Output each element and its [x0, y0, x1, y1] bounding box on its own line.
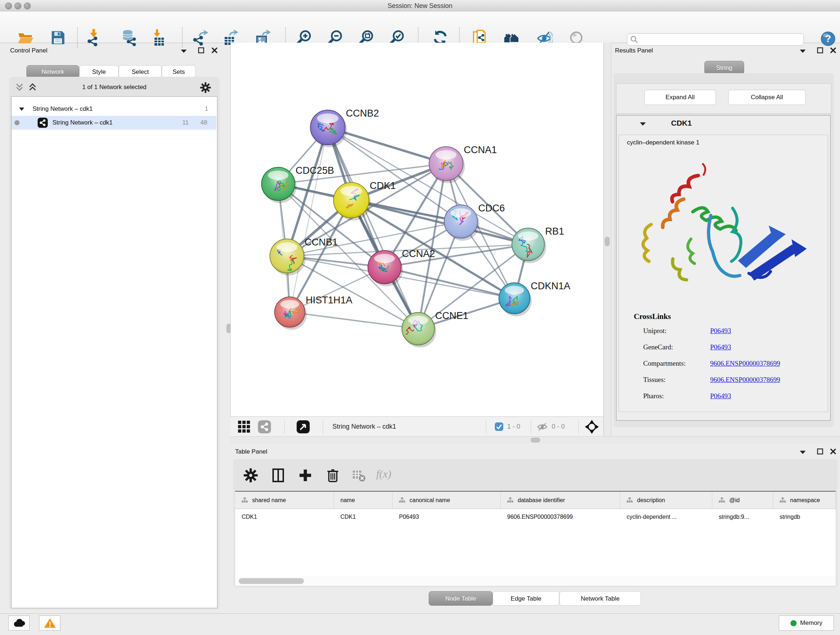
bottom-splitter-handle[interactable]: [531, 438, 540, 442]
import-network-database-icon[interactable]: [120, 29, 138, 46]
title-bar: Session: New Session: [0, 0, 840, 12]
network-row[interactable]: String Network – cdk1 11 48: [11, 116, 216, 130]
delete-column-icon[interactable]: [325, 468, 340, 483]
crosslink-link[interactable]: P06493: [710, 343, 731, 351]
column-header-3[interactable]: database identifier: [501, 492, 620, 509]
control-panel-menu-icon[interactable]: [180, 49, 187, 53]
table-horizontal-scrollbar[interactable]: [235, 576, 836, 586]
tab-select[interactable]: Select: [118, 65, 162, 78]
cloud-status-button[interactable]: [8, 616, 30, 631]
tab-sets[interactable]: Sets: [162, 65, 196, 78]
crosslink-link[interactable]: P06493: [710, 392, 731, 400]
crosslink-link[interactable]: 9606.ENSP00000378699: [710, 359, 780, 367]
selected-checkbox-icon[interactable]: [495, 423, 503, 431]
scrollbar-thumb[interactable]: [239, 578, 304, 584]
expand-all-button[interactable]: Expand All: [644, 90, 716, 105]
crosslink-label: Pharos:: [643, 392, 664, 400]
table-cell[interactable]: 9606.ENSP00000378699: [501, 509, 620, 525]
table-cell[interactable]: CDK1: [235, 509, 334, 525]
network-state-dot: [14, 120, 19, 125]
import-network-file-icon[interactable]: [86, 29, 103, 46]
crosslink-row: Compartments:9606.ENSP00000378699: [643, 359, 828, 376]
tab-edge-table[interactable]: Edge Table: [493, 591, 559, 606]
crosslink-link[interactable]: P06493: [710, 327, 731, 335]
table-cell[interactable]: cyclin-dependent ...: [620, 509, 712, 525]
column-header-2[interactable]: canonical name: [393, 492, 501, 509]
protein-section-collapse-icon[interactable]: [639, 122, 646, 126]
crosslink-link[interactable]: 9606.ENSP00000378699: [710, 376, 780, 384]
help-icon[interactable]: ?: [820, 31, 837, 48]
results-panel-close-icon[interactable]: [830, 47, 836, 54]
shared-column-icon: [507, 497, 513, 503]
tab-network[interactable]: Network: [27, 65, 79, 78]
column-header-1[interactable]: name: [334, 492, 393, 509]
network-edge[interactable]: [385, 267, 515, 298]
column-header-label: shared name: [252, 497, 286, 504]
network-collection-row[interactable]: String Network – cdk1 1: [11, 102, 216, 116]
tab-node-table[interactable]: Node Table: [429, 591, 493, 606]
open-in-window-icon[interactable]: [297, 420, 309, 433]
collapse-all-button[interactable]: Collapse All: [728, 90, 806, 105]
control-panel-float-icon[interactable]: [198, 47, 204, 54]
control-panel-close-icon[interactable]: [211, 47, 218, 54]
crosslink-row: Pharos:P06493: [643, 392, 828, 409]
crosslinks-title: CrossLinks: [634, 312, 671, 321]
shared-column-icon: [399, 497, 405, 503]
table-cell[interactable]: stringdb: [773, 509, 836, 525]
crosslink-label: Tissues:: [643, 376, 666, 383]
network-node-CCNA2[interactable]: [368, 250, 403, 287]
network-graph[interactable]: CCNB2CCNA1CDC25BCDK1CDC6RB1CCNB1CCNA2CDK…: [231, 43, 604, 416]
column-header-5[interactable]: @id: [712, 492, 773, 509]
share-view-icon[interactable]: [258, 420, 271, 433]
network-canvas[interactable]: CCNB2CCNA1CDC25BCDK1CDC6RB1CCNB1CCNA2CDK…: [231, 43, 604, 416]
delete-table-icon[interactable]: [351, 468, 366, 483]
network-node-CDC6[interactable]: [444, 205, 479, 241]
save-session-icon[interactable]: [49, 29, 66, 46]
right-splitter-handle[interactable]: [605, 237, 609, 246]
network-node-CCNE1[interactable]: [402, 312, 436, 348]
network-node-RB1[interactable]: [512, 228, 546, 263]
network-node-HIST1H1A[interactable]: [275, 297, 307, 330]
search-box[interactable]: [627, 33, 804, 46]
table-panel-close-icon[interactable]: [830, 448, 836, 455]
column-header-4[interactable]: description: [620, 492, 712, 509]
table-cell[interactable]: P06493: [393, 509, 501, 525]
node-label-CDK1: CDK1: [370, 180, 396, 191]
birdseye-crosshair-icon[interactable]: [584, 419, 600, 435]
tab-style[interactable]: Style: [79, 65, 118, 78]
grid-view-icon[interactable]: [238, 420, 251, 433]
node-label-HIST1H1A: HIST1H1A: [306, 295, 352, 306]
results-panel-float-icon[interactable]: [817, 47, 823, 54]
show-columns-icon[interactable]: [271, 468, 286, 483]
table-cell[interactable]: CDK1: [334, 509, 393, 525]
table-row[interactable]: CDK1CDK1P064939606.ENSP00000378699cyclin…: [235, 509, 836, 525]
table-panel-menu-icon[interactable]: [799, 450, 806, 454]
column-header-6[interactable]: namespace: [773, 492, 836, 509]
memory-status-button[interactable]: Memory: [779, 616, 834, 631]
hidden-eye-icon[interactable]: [537, 422, 548, 432]
export-network-file-icon[interactable]: [192, 29, 210, 46]
tab-network-table[interactable]: Network Table: [559, 591, 641, 606]
search-input[interactable]: [639, 34, 802, 45]
table-options-gear-icon[interactable]: [243, 468, 258, 483]
create-column-icon[interactable]: [298, 468, 313, 483]
import-table-file-icon[interactable]: [150, 29, 167, 46]
tab-string[interactable]: String: [704, 61, 744, 74]
table-panel-float-icon[interactable]: [817, 448, 823, 455]
network-node-CDK1[interactable]: [333, 182, 371, 220]
network-edge[interactable]: [290, 127, 328, 312]
column-header-0[interactable]: shared name: [235, 492, 334, 509]
network-edge[interactable]: [290, 312, 418, 329]
results-panel-menu-icon[interactable]: [799, 49, 806, 53]
collection-expand-icon[interactable]: [19, 107, 25, 111]
network-node-CDC25B[interactable]: [262, 167, 297, 203]
open-file-icon[interactable]: [17, 29, 34, 46]
table-cell[interactable]: stringdb:9...: [712, 509, 773, 525]
shared-column-icon: [719, 497, 725, 503]
network-options-gear-icon[interactable]: [200, 82, 211, 93]
protein-description: cyclin–dependent kinase 1: [627, 139, 699, 146]
network-node-CDKN1A[interactable]: [499, 283, 532, 317]
network-node-CCNA1[interactable]: [429, 147, 465, 183]
warning-status-button[interactable]: [39, 616, 60, 631]
table-header-row: shared namenamecanonical namedatabase id…: [235, 491, 836, 509]
